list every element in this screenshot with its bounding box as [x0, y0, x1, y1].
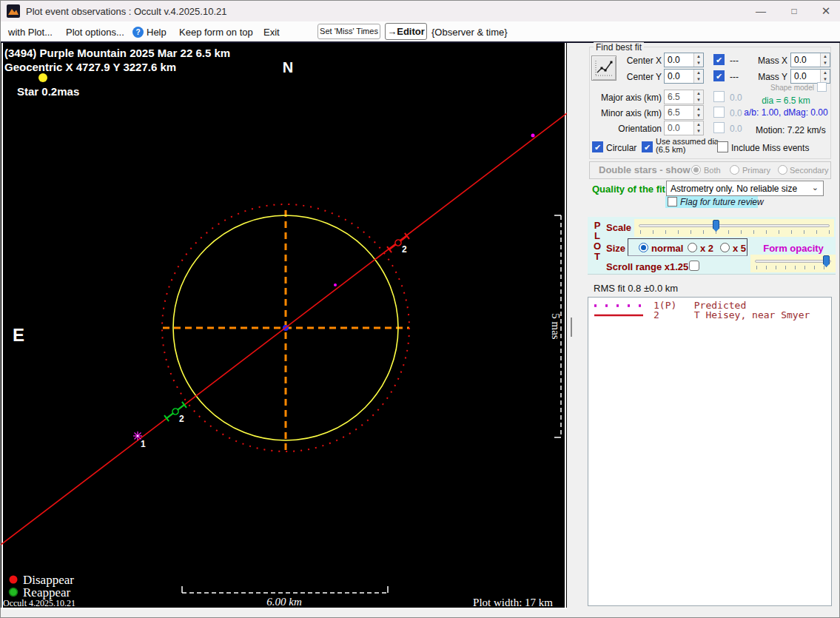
center-x-spinner[interactable]: 0.0 ▲▼: [664, 53, 704, 67]
ab-dmag-info: a/b: 1.00, dMag: 0.00: [739, 107, 833, 118]
star-size-label: Star 0.2mas: [17, 85, 79, 98]
close-button[interactable]: ✕: [815, 4, 837, 19]
north-label: N: [283, 59, 293, 75]
major-axis-fit-checkbox[interactable]: [713, 91, 725, 102]
center-x-dash: ---: [730, 56, 739, 66]
magenta-point: [334, 283, 337, 286]
observed-line-sample: [593, 312, 645, 319]
center-y-value: 0.0: [668, 71, 680, 81]
scale-slider-track: [639, 224, 830, 227]
double-stars-title: Double stars - show: [597, 164, 693, 175]
include-miss-checkbox[interactable]: [717, 141, 728, 152]
center-x-fit-checkbox[interactable]: ✔: [713, 54, 725, 65]
reappear-marker-label: 2: [179, 414, 184, 424]
menu-plot-options[interactable]: Plot options...: [66, 27, 124, 38]
diameter-info: dia = 6.5 km: [739, 95, 833, 106]
double-secondary-radio[interactable]: [778, 165, 787, 175]
app-window: Plot event observations : Occult v.4.202…: [0, 0, 840, 618]
mass-y-arrows[interactable]: ▲▼: [820, 70, 830, 83]
window-title: Plot event observations : Occult v.4.202…: [26, 6, 226, 17]
center-y-dash: ---: [730, 72, 739, 82]
size-x5-radio[interactable]: [720, 243, 730, 252]
mass-x-arrows[interactable]: ▲▼: [820, 53, 830, 67]
mass-x-value: 0.0: [794, 55, 807, 65]
menu-bar: with Plot... Plot options... ? Help Keep…: [1, 21, 840, 43]
major-axis-arrows[interactable]: ▲▼: [693, 90, 703, 104]
shape-model-checkbox[interactable]: [817, 82, 827, 92]
observer-time-label[interactable]: {Observer & time}: [431, 27, 508, 38]
orientation-label: Orientation: [600, 124, 662, 134]
major-axis-spinner[interactable]: 6.5 ▲▼: [664, 90, 704, 104]
center-x-arrows[interactable]: ▲▼: [693, 53, 703, 67]
minimize-button[interactable]: —: [750, 4, 772, 19]
scale-slider[interactable]: [634, 219, 834, 237]
double-primary-radio[interactable]: [730, 165, 739, 175]
center-y-arrows[interactable]: ▲▼: [693, 70, 703, 83]
form-opacity-label: Form opacity: [756, 243, 831, 254]
orientation-spinner[interactable]: 0.0 ▲▼: [664, 121, 704, 135]
observations-list[interactable]: 1(P) Predicted 2 T Heisey, near Smyer: [588, 297, 832, 606]
circular-checkbox[interactable]: ✔: [592, 141, 603, 152]
predicted-line-sample: [593, 302, 645, 309]
flag-review-checkbox[interactable]: [668, 197, 677, 206]
splitter-handle[interactable]: [571, 318, 572, 337]
chart-icon: [592, 56, 616, 80]
mass-y-label: Mass Y: [745, 72, 787, 82]
minor-axis-arrows[interactable]: ▲▼: [693, 106, 703, 119]
scroll-range-checkbox[interactable]: [689, 261, 699, 271]
plot-letter-t: T: [593, 251, 602, 262]
maximize-button[interactable]: □: [783, 4, 805, 19]
help-icon[interactable]: ?: [132, 27, 144, 38]
center-y-spinner[interactable]: 0.0 ▲▼: [664, 69, 704, 84]
menu-exit[interactable]: Exit: [263, 27, 280, 38]
circular-label: Circular: [606, 143, 636, 153]
mass-x-spinner[interactable]: 0.0 ▲▼: [790, 53, 830, 67]
quality-dropdown[interactable]: Astrometry only. No reliable size ⌄: [666, 181, 824, 196]
star-dot: [38, 73, 47, 82]
size-x2-radio[interactable]: [688, 243, 697, 252]
orientation-fit-checkbox[interactable]: [713, 122, 725, 133]
best-fit-chart-button[interactable]: [591, 56, 616, 81]
find-best-fit-title: Find best fit: [594, 42, 644, 53]
double-both-label: Both: [704, 166, 721, 175]
minor-axis-spinner[interactable]: 6.5 ▲▼: [664, 105, 704, 120]
form-opacity-ticks: [756, 266, 831, 269]
mass-y-spinner[interactable]: 0.0 ▲▼: [790, 69, 830, 84]
title-bar: Plot event observations : Occult v.4.202…: [1, 1, 840, 21]
editor-button[interactable]: →Editor: [385, 23, 427, 40]
center-y-label: Center Y: [621, 72, 662, 82]
miss-site-label: 1: [141, 439, 146, 449]
size-normal-radio[interactable]: [639, 243, 648, 252]
plot-canvas: 2 2 1 (3494) Purple Mountain 2025 Mar 22…: [1, 43, 567, 609]
form-opacity-slider[interactable]: [750, 255, 836, 272]
minor-axis-fit-checkbox[interactable]: [713, 107, 725, 118]
center-x-label: Center X: [621, 56, 662, 66]
use-assumed-checkbox[interactable]: ✔: [642, 141, 653, 152]
double-both-radio[interactable]: [691, 165, 701, 175]
set-miss-times-button[interactable]: Set 'Miss' Times: [317, 24, 380, 39]
scale-label: Scale: [606, 222, 631, 233]
minor-axis-label: Minor axis (km): [600, 108, 662, 118]
include-miss-label: Include Miss events: [731, 143, 809, 153]
rms-fit-label: RMS fit 0.8 ±0.0 km: [594, 283, 678, 294]
motion-info: Motion: 7.22 km/s: [756, 125, 826, 135]
shape-model-label: Shape model: [770, 84, 814, 92]
occultation-plot[interactable]: 2 2 1 (3494) Purple Mountain 2025 Mar 22…: [1, 43, 567, 609]
size-x2-label: x 2: [700, 243, 713, 254]
observation-chord: [1, 113, 567, 545]
app-version-label: Occult 4.2025.10.21: [3, 598, 75, 608]
plot-letter-p: P: [593, 220, 602, 231]
quality-label: Quality of the fit: [592, 184, 665, 195]
mass-y-value: 0.0: [794, 71, 807, 81]
orientation-arrows[interactable]: ▲▼: [693, 121, 703, 135]
center-x-value: 0.0: [668, 55, 680, 65]
app-icon: [7, 4, 20, 18]
double-primary-label: Primary: [742, 166, 770, 175]
disappear-legend-dot: [10, 576, 18, 584]
menu-keep-on-top[interactable]: Keep form on top: [179, 27, 253, 38]
menu-help[interactable]: Help: [147, 27, 167, 38]
center-y-fit-checkbox[interactable]: ✔: [713, 70, 725, 81]
mass-x-label: Mass X: [745, 56, 787, 66]
menu-with-plot[interactable]: with Plot...: [8, 27, 53, 38]
size-label: Size: [606, 243, 625, 254]
